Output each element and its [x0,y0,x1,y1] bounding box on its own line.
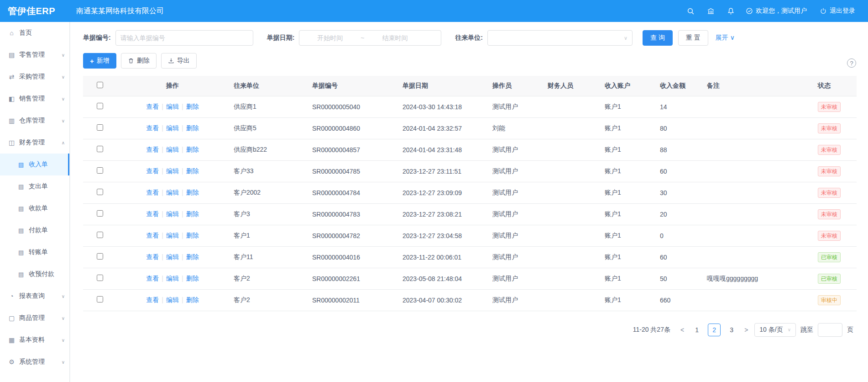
row-action-edit[interactable]: 编辑 [166,296,179,303]
row-action-delete[interactable]: 删除 [186,103,199,110]
row-action-delete[interactable]: 删除 [186,253,199,260]
row-action-delete[interactable]: 删除 [186,296,199,303]
row-action-edit[interactable]: 编辑 [166,146,179,153]
sidebar-subitem-expense[interactable]: ▤支出单 [0,175,69,197]
row-checkbox[interactable] [97,296,103,302]
row-action-delete[interactable]: 删除 [186,275,199,282]
column-header-3: 单据日期 [397,76,487,96]
notification-bell-icon[interactable] [726,6,736,16]
row-action-view[interactable]: 查看 [146,189,159,196]
sidebar-item-sales[interactable]: ◧销售管理∨ [0,88,69,110]
action-divider: | [162,253,163,260]
sidebar-subitem-receipt[interactable]: ▤收款单 [0,197,69,219]
pagination-page-3[interactable]: 3 [725,324,738,336]
sidebar-item-purchase[interactable]: ⇄采购管理∨ [0,66,69,88]
row-checkbox[interactable] [97,210,103,217]
sidebar-item-warehouse[interactable]: ▥仓库管理∨ [0,110,69,132]
row-checkbox[interactable] [97,167,103,174]
row-action-edit[interactable]: 编辑 [166,167,179,175]
search-icon[interactable] [685,6,695,16]
date-end-input[interactable] [368,34,422,42]
sidebar-item-basic[interactable]: ▦基本资料∨ [0,329,69,351]
cell-account: 账户1 [599,289,654,311]
cell-date: 2023-12-27 23:04:58 [397,225,487,246]
row-action-view[interactable]: 查看 [146,146,159,153]
sidebar-subitem-transfer[interactable]: ▤转账单 [0,241,69,263]
cell-status: 未审核 [812,96,857,117]
row-checkbox[interactable] [97,275,103,281]
row-checkbox[interactable] [97,146,103,152]
pagination-prev[interactable]: < [679,326,686,334]
row-action-delete[interactable]: 删除 [186,189,199,196]
row-action-edit[interactable]: 编辑 [166,253,179,260]
row-action-edit[interactable]: 编辑 [166,275,179,282]
row-action-edit[interactable]: 编辑 [166,232,179,239]
row-action-edit[interactable]: 编辑 [166,124,179,132]
reset-button[interactable]: 重 置 [678,30,708,46]
sales-icon: ◧ [8,95,16,102]
row-action-view[interactable]: 查看 [146,275,159,282]
row-action-view[interactable]: 查看 [146,210,159,218]
sidebar-subitem-income[interactable]: ▤收入单 [0,154,69,175]
page-size-select[interactable]: 10 条/页∨ [754,323,796,337]
sidebar-item-finance[interactable]: ◫财务管理∧ [0,132,69,154]
bill-no-input[interactable] [115,30,253,46]
cell-amount: 14 [654,96,701,117]
row-action-edit[interactable]: 编辑 [166,103,179,110]
action-divider: | [162,296,163,303]
chevron-down-icon: ∨ [624,35,627,41]
search-button[interactable]: 查 询 [643,30,673,46]
export-button[interactable]: 导出 [161,53,197,69]
cell-remark [701,96,812,117]
cell-amount: 660 [654,289,701,311]
organization-icon[interactable] [706,6,716,16]
cell-date: 2023-12-27 23:08:21 [397,203,487,225]
row-action-delete[interactable]: 删除 [186,167,199,175]
table-row: 查看|编辑|删除客户33SR000000047852023-12-27 23:1… [83,160,857,182]
select-all-header [83,76,117,96]
row-action-delete[interactable]: 删除 [186,210,199,218]
row-action-edit[interactable]: 编辑 [166,210,179,218]
pagination-page-1[interactable]: 1 [690,324,703,336]
sidebar-item-report[interactable]: ◔报表查询∨ [0,285,69,307]
row-action-delete[interactable]: 删除 [186,232,199,239]
row-action-view[interactable]: 查看 [146,103,159,110]
date-start-input[interactable] [303,34,357,42]
sidebar-subitem-payment[interactable]: ▤付款单 [0,219,69,241]
logout-button[interactable]: 退出登录 [820,7,855,15]
row-action-view[interactable]: 查看 [146,296,159,303]
row-action-delete[interactable]: 删除 [186,146,199,153]
cell-partner: 客户1 [228,225,307,246]
delete-button[interactable]: 删除 [121,53,157,69]
row-action-view[interactable]: 查看 [146,253,159,260]
row-checkbox[interactable] [97,124,103,131]
row-action-delete[interactable]: 删除 [186,124,199,132]
pagination-page-2[interactable]: 2 [708,324,721,336]
row-action-view[interactable]: 查看 [146,167,159,175]
row-checkbox[interactable] [97,253,103,260]
partner-select[interactable]: ∨ [487,30,633,46]
select-all-checkbox[interactable] [97,82,103,88]
row-checkbox[interactable] [97,189,103,195]
jump-input[interactable] [818,323,842,337]
pagination-next[interactable]: > [743,326,750,334]
row-checkbox[interactable] [97,103,103,109]
sidebar-item-goods[interactable]: ▢商品管理∨ [0,307,69,329]
row-action-view[interactable]: 查看 [146,124,159,132]
row-action-edit[interactable]: 编辑 [166,189,179,196]
sidebar-subitem-advance[interactable]: ▤收预付款 [0,263,69,285]
help-icon[interactable]: ? [847,58,856,68]
row-checkbox[interactable] [97,232,103,238]
sidebar-item-retail[interactable]: ▤零售管理∨ [0,44,69,66]
sidebar-item-system[interactable]: ⚙系统管理∨ [0,351,69,373]
table-header-row: 操作往来单位单据编号单据日期操作员财务人员收入账户收入金额备注状态 [83,76,857,96]
add-button[interactable]: + 新增 [83,53,116,69]
cell-bill_no: SR00000004860 [307,117,397,139]
expand-filters-link[interactable]: 展开 ∨ [716,34,735,42]
cell-operator: 测试用户 [487,225,542,246]
action-divider: | [182,167,183,175]
sidebar-item-home[interactable]: ⌂首页 [0,22,69,44]
date-range-picker[interactable]: ~ [299,30,441,46]
row-action-view[interactable]: 查看 [146,232,159,239]
cell-checkbox [83,182,117,203]
